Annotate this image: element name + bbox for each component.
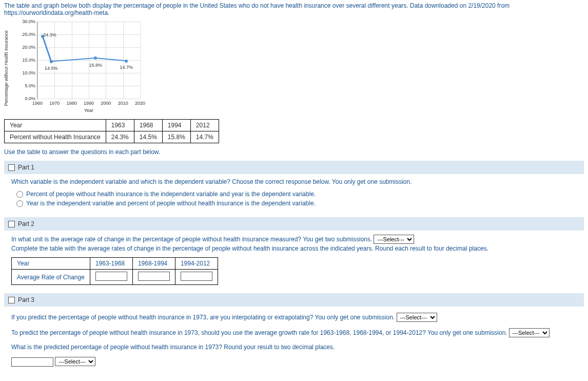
radio-label: Percent of people without health insuran… — [26, 190, 316, 198]
data-point — [50, 60, 53, 63]
table-cell: 2012 — [190, 120, 219, 131]
table-cell: 1994-2012 — [175, 258, 218, 270]
part3-title: Part 3 — [18, 296, 34, 303]
table-cell: 15.8% — [162, 131, 190, 143]
y-tick: 5.0% — [25, 83, 35, 88]
part3-q2: To predict the percentage of people with… — [11, 329, 507, 336]
table-cell: 1963-1968 — [90, 258, 132, 270]
table-cell — [175, 270, 218, 285]
x-tick: 1970 — [49, 101, 60, 106]
table-cell: Year — [5, 120, 106, 131]
svg-line-0 — [43, 36, 51, 62]
part3-header[interactable]: Part 3 — [4, 293, 584, 307]
data-point-label: 14.7% — [120, 65, 133, 70]
x-tick: 1990 — [84, 101, 94, 106]
x-tick: 1980 — [67, 101, 77, 106]
table-cell: Year — [12, 258, 90, 270]
part2-header[interactable]: Part 2 — [4, 217, 584, 231]
y-tick: 10.0% — [22, 70, 35, 75]
part2-line2: Complete the table with the average rate… — [11, 245, 581, 252]
intro-text: The table and graph below both display t… — [4, 2, 584, 16]
table-cell: 14.7% — [190, 131, 219, 143]
data-point-label: 15.8% — [89, 63, 103, 68]
table-cell: 14.5% — [134, 131, 162, 143]
x-axis-label: Year — [84, 108, 93, 113]
table-row: Year 1963 1968 1994 2012 — [5, 120, 219, 131]
unit-select[interactable]: ---Select--- — [374, 235, 414, 244]
table-cell: Percent without Health Insurance — [5, 131, 106, 143]
radio-option-a[interactable] — [16, 191, 23, 198]
table-cell: 24.3% — [106, 131, 134, 143]
y-tick: 15.0% — [22, 58, 35, 63]
table-cell — [90, 270, 132, 285]
x-tick: 2020 — [135, 101, 145, 106]
part1-prompt: Which variable is the independent variab… — [11, 178, 581, 185]
growthrate-select[interactable]: ---Select--- — [509, 328, 550, 337]
table-cell: 1968-1994 — [132, 258, 175, 270]
part2-title: Part 2 — [18, 220, 34, 227]
predicted-unit-select[interactable]: ---Select--- — [55, 357, 95, 366]
instruction-text: Use the table to answer the questions in… — [4, 148, 584, 156]
table-row: Average Rate of Change — [12, 270, 218, 285]
part3-q3: What is the predicted percentage of peop… — [11, 344, 581, 351]
data-point-label: 14.5% — [45, 66, 58, 71]
table-row: Year 1963-1968 1968-1994 1994-2012 — [12, 258, 218, 270]
data-table: Year 1963 1968 1994 2012 Percent without… — [4, 119, 219, 143]
y-tick: 25.0% — [22, 32, 35, 37]
plot-area: 0.0% 5.0% 10.0% 15.0% 20.0% 25.0% 30.0% … — [37, 22, 140, 99]
interp-select[interactable]: ---Select--- — [397, 313, 437, 322]
rate-table: Year 1963-1968 1968-1994 1994-2012 Avera… — [11, 257, 218, 285]
radio-label: Year is the independent variable and per… — [26, 200, 316, 207]
chart: Percentage without Health Insurance 0.0%… — [14, 20, 143, 112]
table-cell: 1994 — [162, 120, 190, 131]
svg-line-1 — [51, 58, 96, 62]
table-cell: 1963 — [106, 120, 134, 131]
x-tick: 2010 — [118, 101, 128, 106]
table-row: Percent without Health Insurance 24.3% 1… — [5, 131, 219, 143]
data-point — [125, 60, 128, 63]
part1-header[interactable]: Part 1 — [4, 161, 584, 174]
predicted-value-input[interactable] — [11, 357, 53, 367]
y-tick: 20.0% — [22, 45, 35, 50]
part3-q1: If you predict the percentage of people … — [11, 314, 395, 321]
part1-title: Part 1 — [18, 164, 34, 171]
part2-q1: In what unit is the average rate of chan… — [11, 236, 372, 243]
x-tick: 1960 — [32, 101, 43, 106]
expand-icon[interactable] — [8, 164, 15, 171]
data-point-label: 24.3% — [43, 32, 56, 37]
rate-input-1[interactable] — [95, 272, 127, 281]
x-tick: 2000 — [101, 101, 111, 106]
table-cell — [132, 270, 175, 285]
y-tick: 30.0% — [22, 19, 35, 24]
rate-input-2[interactable] — [138, 272, 170, 281]
radio-option-b[interactable] — [16, 200, 23, 207]
expand-icon[interactable] — [8, 297, 15, 303]
rate-input-3[interactable] — [181, 272, 212, 281]
table-cell: Average Rate of Change — [12, 270, 90, 285]
svg-line-2 — [95, 58, 126, 61]
y-axis-label: Percentage without Health Insurance — [4, 30, 9, 106]
expand-icon[interactable] — [8, 221, 15, 227]
table-cell: 1968 — [134, 120, 162, 131]
